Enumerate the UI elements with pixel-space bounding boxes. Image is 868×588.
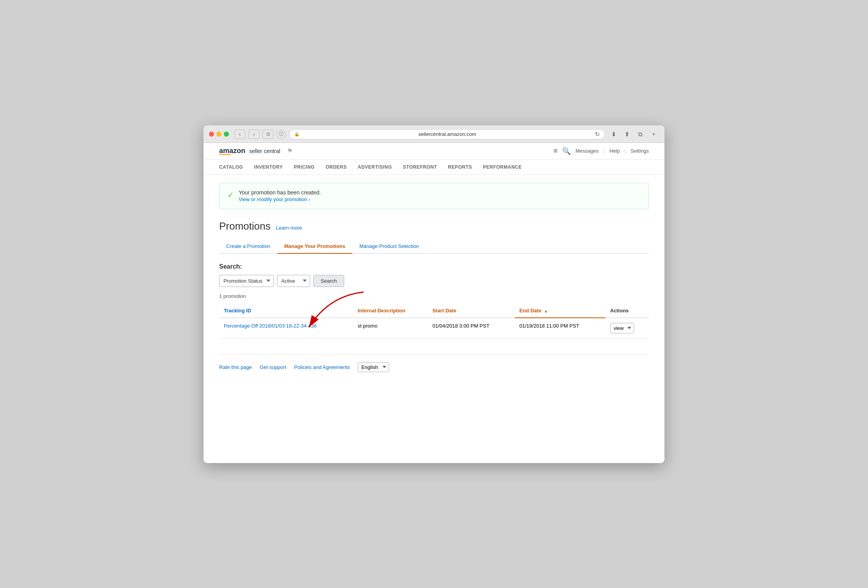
tabs-button[interactable]: ⧉ [635, 130, 646, 139]
end-date-cell: 01/19/2018 11:00 PM PST [515, 318, 605, 339]
nav-item-inventory[interactable]: INVENTORY [254, 160, 283, 175]
amazon-logo: amazon [219, 147, 245, 155]
new-tab-button[interactable]: ＋ [648, 130, 659, 139]
tracking-id-cell: Percentage Off 2018/01/03 18-22-34-436 [219, 318, 353, 339]
sort-arrow-icon: ▲ [544, 309, 548, 313]
amazon-text: amazon [219, 147, 245, 155]
page-title: Promotions [219, 220, 271, 232]
forward-button[interactable]: › [248, 130, 259, 139]
success-message-area: Your promotion has been created. View or… [239, 189, 321, 203]
browser-window: ‹ › ⊡ ⓘ 🔒 sellercentral.amazon.com ↻ ⬇ ⬆… [204, 125, 664, 463]
nav-item-advertising[interactable]: ADVERTISING [358, 160, 392, 175]
flag-icon: ⚑ [287, 147, 293, 155]
success-banner: ✓ Your promotion has been created. View … [219, 183, 649, 209]
menu-icon[interactable]: ≡ [554, 147, 558, 155]
start-date-cell: 01/04/2018 3:00 PM PST [428, 318, 515, 339]
table-row: Percentage Off 2018/01/03 18-22-34-436 s… [219, 318, 649, 339]
col-actions: Actions [605, 304, 649, 318]
download-button[interactable]: ⬇ [608, 130, 619, 139]
search-button[interactable]: Search [313, 275, 344, 287]
col-end-date: End Date ▲ [515, 304, 605, 318]
success-check-icon: ✓ [227, 190, 234, 200]
site-nav: CATALOG INVENTORY PRICING ORDERS ADVERTI… [204, 160, 664, 175]
rate-page-link[interactable]: Rate this page [219, 364, 252, 370]
share-button[interactable]: ⬆ [622, 130, 632, 139]
nav-item-reports[interactable]: REPORTS [448, 160, 472, 175]
url-text: sellercentral.amazon.com [302, 131, 593, 137]
results-count: 1 promotion [219, 293, 649, 299]
traffic-lights [209, 132, 229, 137]
description-cell: st promo [353, 318, 428, 339]
main-content: ✓ Your promotion has been created. View … [204, 175, 664, 396]
col-start-date: Start Date [428, 304, 515, 318]
messages-link[interactable]: Messages [575, 148, 598, 154]
search-icon[interactable]: 🔍 [562, 147, 571, 155]
policies-link[interactable]: Policies and Agreements [294, 364, 350, 370]
tab-view-button[interactable]: ⊡ [263, 130, 273, 139]
tracking-id-link[interactable]: Percentage Off 2018/01/03 18-22-34-436 [224, 323, 317, 329]
table-header: Tracking ID Internal Description Start D… [219, 304, 649, 318]
fullscreen-traffic-light[interactable] [224, 132, 229, 137]
nav-item-catalog[interactable]: CATALOG [219, 160, 243, 175]
minimize-traffic-light[interactable] [216, 132, 221, 137]
nav-item-pricing[interactable]: PRICING [294, 160, 315, 175]
table-body: Percentage Off 2018/01/03 18-22-34-436 s… [219, 318, 649, 339]
help-link[interactable]: Help [609, 148, 620, 154]
site-header: amazon seller central ⚑ ≡ 🔍 Messages | H… [204, 143, 664, 160]
divider-1: | [603, 148, 604, 154]
close-traffic-light[interactable] [209, 132, 214, 137]
page-content: amazon seller central ⚑ ≡ 🔍 Messages | H… [204, 143, 664, 463]
divider-2: | [625, 148, 626, 154]
nav-item-performance[interactable]: PERFORMANCE [483, 160, 522, 175]
back-button[interactable]: ‹ [234, 130, 245, 139]
tab-manage-promotions[interactable]: Manage Your Promotions [277, 239, 352, 254]
page-title-row: Promotions Learn more [219, 220, 649, 232]
tab-manage-product-selection[interactable]: Manage Product Selection [352, 239, 426, 254]
tabs-row: Create a Promotion Manage Your Promotion… [219, 239, 649, 254]
view-modify-link[interactable]: View or modify your promotion › [239, 196, 310, 202]
lock-icon: 🔒 [294, 132, 300, 137]
page-footer: Rate this page Get support Policies and … [219, 354, 649, 380]
browser-chrome: ‹ › ⊡ ⓘ 🔒 sellercentral.amazon.com ↻ ⬇ ⬆… [204, 125, 664, 143]
get-support-link[interactable]: Get support [260, 364, 286, 370]
table-container: Tracking ID Internal Description Start D… [219, 304, 649, 339]
reload-button[interactable]: ↻ [595, 131, 600, 138]
search-label: Search: [219, 263, 649, 270]
browser-actions: ⬇ ⬆ ⧉ ＋ [608, 130, 659, 139]
address-bar[interactable]: 🔒 sellercentral.amazon.com ↻ [289, 129, 605, 139]
browser-toolbar: ‹ › ⊡ ⓘ 🔒 sellercentral.amazon.com ↻ ⬇ ⬆… [209, 129, 659, 139]
settings-link[interactable]: Settings [630, 148, 649, 154]
col-description: Internal Description [353, 304, 428, 318]
language-select[interactable]: English Español Français Deutsch [358, 362, 389, 372]
col-tracking-id: Tracking ID [219, 304, 353, 318]
seller-central-text: seller central [249, 148, 280, 154]
actions-cell: view [605, 318, 649, 339]
header-right: ≡ 🔍 Messages | Help | Settings [554, 147, 649, 155]
search-controls: Promotion Status Tracking ID Active Inac… [219, 275, 649, 287]
status-select[interactable]: Active Inactive All [277, 275, 310, 287]
nav-item-storefront[interactable]: STOREFRONT [403, 160, 437, 175]
action-select[interactable]: view [610, 323, 634, 333]
info-button[interactable]: ⓘ [277, 130, 286, 139]
filter-type-select[interactable]: Promotion Status Tracking ID [219, 275, 274, 287]
logo-area: amazon seller central ⚑ [219, 147, 293, 155]
success-message-text: Your promotion has been created. [239, 189, 321, 196]
tab-create-promotion[interactable]: Create a Promotion [219, 239, 277, 254]
learn-more-link[interactable]: Learn more [276, 225, 302, 231]
nav-item-orders[interactable]: ORDERS [325, 160, 346, 175]
promotions-table: Tracking ID Internal Description Start D… [219, 304, 649, 339]
